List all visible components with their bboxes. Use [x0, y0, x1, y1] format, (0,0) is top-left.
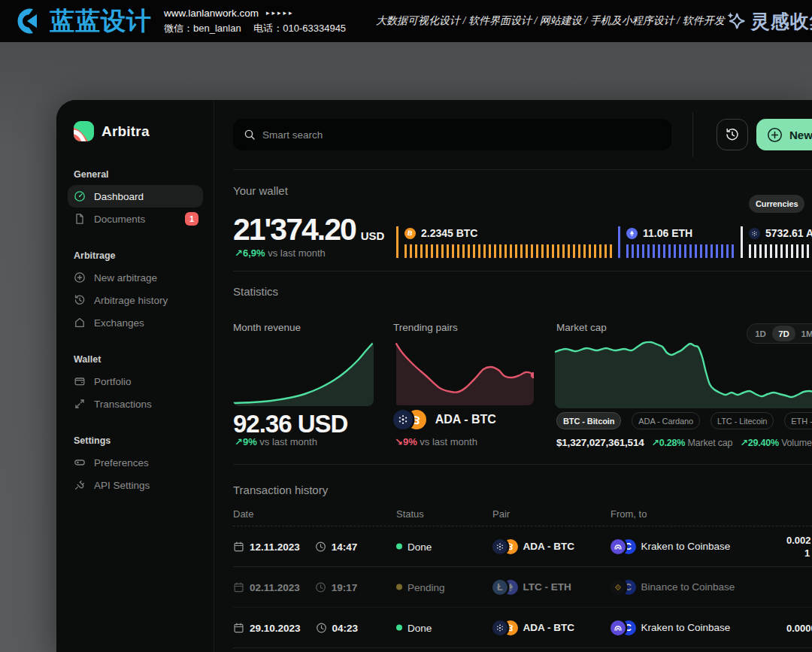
history-button[interactable] [717, 119, 748, 150]
sidebar-item-new-arbitrage[interactable]: New arbitrage [68, 266, 203, 289]
market-cap-range-toggle: 1D7D1M [747, 323, 812, 344]
ada-icon [492, 539, 508, 554]
cell-date: 29.10.202304:23 [233, 622, 358, 633]
sidebar-item-portfolio[interactable]: Portfolio [68, 370, 203, 393]
date-text: 29.10.2023 [250, 622, 301, 633]
topbar-divider [692, 112, 693, 157]
home-icon [74, 317, 86, 329]
sidebar-section-settings: Settings [74, 435, 197, 446]
cell-status: Done [396, 622, 432, 633]
transactions-section-title: Transaction history [233, 484, 328, 496]
trending-pairs-label: Trending pairs [393, 322, 458, 333]
cell-route: CKraken to Coinbase [611, 620, 730, 635]
status-text: Pending [408, 581, 445, 593]
sidebar-item-label: Arbitrage history [94, 295, 168, 306]
cell-pair: ŁLTC - ETH [492, 580, 571, 595]
range-1m[interactable]: 1M [795, 326, 812, 341]
route-text: Kraken to Coinbase [641, 622, 731, 633]
market-cap-chart [555, 341, 812, 408]
sidebar-section-arbitrage: Arbitrage [74, 250, 197, 261]
pair-text: LTC - ETH [523, 581, 571, 593]
range-1d[interactable]: 1D [749, 326, 772, 341]
tag-ltc-litecoin[interactable]: LTC - Litecoin [710, 412, 774, 429]
search-placeholder: Smart search [262, 129, 323, 141]
divider [233, 271, 812, 271]
sparkle-star-icon [725, 10, 747, 32]
banner-collect-label: 灵感收集 [751, 9, 812, 34]
desktop-background: Arbitra GeneralDashboardDocuments1Arbitr… [0, 42, 812, 652]
trending-pairs-chart [393, 342, 534, 405]
month-revenue-chart [233, 341, 374, 406]
cell-pair: BADA - BTC [492, 620, 574, 635]
transaction-row[interactable]: 29.10.202304:23DoneBADA - BTCCKraken to … [233, 608, 812, 648]
sidebar-item-preferences[interactable]: Preferences [68, 451, 203, 474]
cell-route: CKraken to Coinbase [611, 539, 730, 554]
sidebar-item-exchanges[interactable]: Exchanges [68, 311, 203, 334]
tag-btc-bitcoin[interactable]: BTC - Bitcoin [556, 412, 621, 429]
transaction-row[interactable]: 02.11.202319:17PendingŁLTC - ETHCBinance… [233, 567, 812, 608]
search-icon [244, 129, 256, 141]
wallet-view-toggle: CurrenciesExchanges [749, 195, 812, 213]
wallet-toggle-currencies[interactable]: Currencies [749, 195, 804, 213]
clock-icon [315, 581, 326, 593]
screenshot-root: 蓝蓝设计 www.lanlanwork.com▸▸▸▸▸ 微信：ben_lanl… [0, 0, 812, 652]
sidebar-item-label: Documents [94, 214, 145, 225]
dashboard-icon [74, 190, 86, 202]
divider [233, 169, 812, 170]
sidebar: Arbitra GeneralDashboardDocuments1Arbitr… [56, 100, 214, 652]
banner-arrows: ▸▸▸▸▸ [266, 9, 295, 17]
time-text: 04:23 [332, 622, 359, 633]
cell-amount: 0.0021 [786, 534, 811, 560]
banner-info: www.lanlanwork.com▸▸▸▸▸ 微信：ben_lanlan 电话… [164, 8, 346, 35]
sidebar-section-wallet: Wallet [74, 354, 197, 365]
wallet-balance: 21'374.20USD [233, 212, 384, 247]
app-brand-name: Arbitra [102, 123, 150, 140]
history-icon [725, 127, 740, 142]
sidebar-item-label: Dashboard [94, 191, 144, 202]
sidebar-item-label: Transactions [94, 399, 152, 410]
divider [233, 464, 812, 465]
app-logo: Arbitra [74, 121, 197, 141]
date-text: 02.11.2023 [250, 581, 300, 593]
calendar-icon [233, 581, 244, 593]
plug-icon [74, 479, 86, 491]
arrows-icon [74, 398, 86, 410]
cell-amount: 0.0000 [786, 621, 812, 634]
main-content: Smart search New arbitrage Your wallet 2… [214, 100, 812, 652]
tag-ada-cardano[interactable]: ADA - Cardano [632, 412, 700, 429]
btc-icon: B [404, 228, 416, 239]
col-header-status: Status [396, 508, 424, 520]
volume-delta: ↗29.40% Volume (24h) [740, 437, 812, 448]
sidebar-item-dashboard[interactable]: Dashboard [68, 185, 203, 208]
status-dot [396, 544, 402, 550]
sidebar-item-label: Preferences [94, 457, 149, 469]
transaction-row[interactable]: 12.11.202314:47DoneBADA - BTCCKraken to … [233, 526, 812, 567]
sidebar-item-documents[interactable]: Documents1 [68, 208, 203, 230]
cell-status: Pending [396, 581, 445, 593]
cell-route: CBinance to Coinbase [611, 580, 735, 595]
calendar-icon [233, 541, 244, 552]
search-input[interactable]: Smart search [233, 119, 671, 150]
time-text: 14:47 [332, 541, 358, 552]
range-7d[interactable]: 7D [772, 326, 795, 341]
col-header-pair: Pair [492, 508, 510, 520]
status-text: Done [408, 622, 432, 633]
status-dot [396, 625, 402, 631]
new-arbitrage-button[interactable]: New arbitrage [756, 119, 812, 150]
tag-eth-ethereum[interactable]: ETH - Ethereum [784, 412, 812, 429]
new-arbitrage-label: New arbitrage [789, 129, 812, 141]
ada-icon [393, 410, 413, 429]
pair-text: ADA - BTC [523, 622, 575, 633]
sidebar-item-arbitrage-history[interactable]: Arbitrage history [68, 289, 203, 311]
transactions-table: 12.11.202314:47DoneBADA - BTCCKraken to … [233, 526, 812, 648]
promo-banner: 蓝蓝设计 www.lanlanwork.com▸▸▸▸▸ 微信：ben_lanl… [0, 0, 812, 42]
holding-eth: 11.06 ETH [618, 226, 741, 258]
pluscircle-icon [74, 271, 86, 284]
ada-icon [749, 228, 760, 239]
banner-website-link[interactable]: www.lanlanwork.com [164, 8, 259, 19]
status-dot [396, 584, 402, 590]
banner-collect[interactable]: 灵感收集 [725, 9, 812, 34]
sidebar-item-transactions[interactable]: Transactions [68, 393, 203, 415]
sidebar-item-label: API Settings [94, 480, 150, 491]
sidebar-item-api-settings[interactable]: API Settings [68, 474, 203, 496]
